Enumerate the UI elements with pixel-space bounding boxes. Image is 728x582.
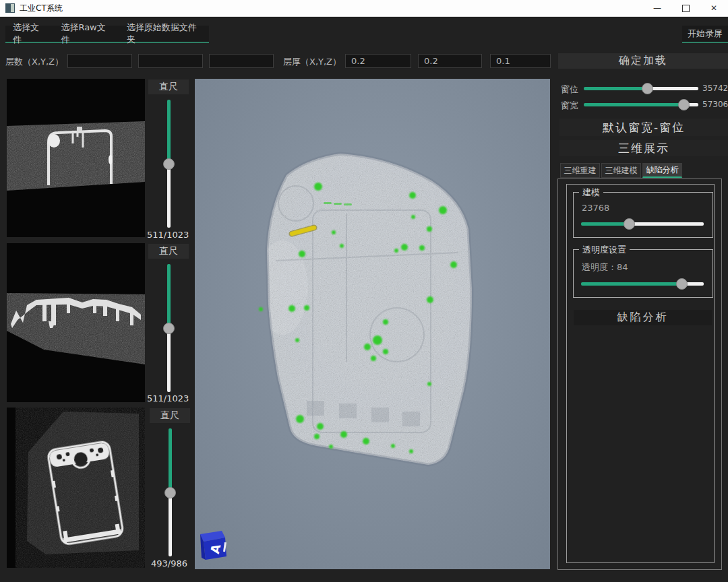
- layers-z-input[interactable]: [209, 54, 274, 68]
- window-level-label: 窗位: [561, 84, 578, 96]
- slice-position-2: 511/1023: [147, 393, 189, 403]
- modeling-slider-handle[interactable]: [624, 218, 635, 230]
- transparency-value: 透明度：84: [582, 261, 628, 273]
- thickness-z-input[interactable]: [490, 54, 551, 68]
- maximize-icon: [682, 5, 690, 12]
- confirm-load-button[interactable]: 确定加载: [558, 53, 728, 69]
- ruler-button-3[interactable]: 直尺: [150, 408, 190, 423]
- thickness-x-input[interactable]: [345, 54, 411, 68]
- ct-slice-image-1: [7, 79, 145, 237]
- run-defect-analysis-button[interactable]: 缺陷分析: [574, 310, 712, 325]
- layers-x-input[interactable]: [67, 54, 132, 68]
- minimize-button[interactable]: —: [643, 0, 671, 16]
- transparency-group: 透明度设置 透明度：84: [573, 249, 713, 298]
- window-width-label: 窗宽: [561, 100, 578, 112]
- start-recording-button[interactable]: 开始录屏: [682, 26, 728, 43]
- window-level-handle[interactable]: [642, 83, 653, 94]
- transparency-group-title: 透明度设置: [579, 244, 630, 256]
- tab-3d-modeling[interactable]: 三维建模: [601, 163, 641, 178]
- modeling-value: 23768: [582, 203, 609, 213]
- slice-slider-2[interactable]: [166, 264, 171, 392]
- select-file-button[interactable]: 选择文件: [5, 26, 53, 42]
- orientation-cube[interactable]: A: [200, 531, 226, 560]
- tab-defect-analysis[interactable]: 缺陷分析: [642, 163, 682, 178]
- tab-3d-reconstruction[interactable]: 三维重建: [560, 163, 600, 178]
- display-3d-button[interactable]: 三维展示: [559, 140, 728, 156]
- transparency-slider[interactable]: [581, 278, 704, 289]
- ct-slice-image-3: [7, 408, 145, 568]
- layers-label: 层数（X,Y,Z）: [5, 56, 63, 68]
- window-level-track[interactable]: [584, 87, 698, 90]
- app-icon: [5, 3, 15, 13]
- 3d-viewport[interactable]: A: [195, 79, 550, 569]
- window-width-value: 57306: [702, 100, 728, 109]
- default-ww-wl-button[interactable]: 默认窗宽-窗位: [559, 119, 728, 136]
- window-level-slider[interactable]: [584, 83, 698, 94]
- close-button[interactable]: ✕: [700, 0, 728, 16]
- modeling-group: 建模 23768: [573, 192, 713, 238]
- layers-y-input[interactable]: [138, 54, 203, 68]
- app-window: 工业CT系统 — ✕ 选择文件 选择Raw文件 选择原始数据文件夹 开始录屏 层…: [0, 0, 728, 582]
- window-width-handle[interactable]: [678, 99, 690, 110]
- thickness-label: 层厚（X,Y,Z）: [283, 56, 341, 68]
- ruler-button-2[interactable]: 直尺: [148, 244, 189, 259]
- slice-slider-handle-3[interactable]: [164, 487, 176, 498]
- title-bar: 工业CT系统 — ✕: [0, 0, 728, 17]
- maximize-button[interactable]: [671, 0, 700, 16]
- file-toolbar: 选择文件 选择Raw文件 选择原始数据文件夹: [5, 26, 209, 43]
- slice-position-1: 511/1023: [147, 230, 189, 240]
- slice-slider-handle-2[interactable]: [163, 323, 175, 334]
- window-title: 工业CT系统: [20, 3, 63, 14]
- modeling-group-title: 建模: [579, 187, 603, 199]
- modeling-slider-track[interactable]: [581, 222, 704, 226]
- modeling-slider[interactable]: [581, 218, 704, 229]
- slice-position-3: 493/986: [151, 558, 187, 569]
- thickness-y-input[interactable]: [418, 54, 482, 68]
- ct-slice-image-2: [7, 243, 145, 402]
- window-level-value: 35742: [702, 84, 728, 93]
- slice-slider-1[interactable]: [166, 100, 171, 228]
- select-raw-folder-button[interactable]: 选择原始数据文件夹: [119, 26, 209, 42]
- window-width-slider[interactable]: [584, 99, 698, 110]
- slice-slider-handle-1[interactable]: [163, 158, 175, 170]
- select-raw-file-button[interactable]: 选择Raw文件: [53, 26, 119, 42]
- ruler-button-1[interactable]: 直尺: [148, 79, 189, 94]
- transparency-slider-handle[interactable]: [676, 278, 688, 290]
- tab-content-inner-frame: [566, 184, 715, 563]
- slice-slider-3[interactable]: [167, 428, 173, 556]
